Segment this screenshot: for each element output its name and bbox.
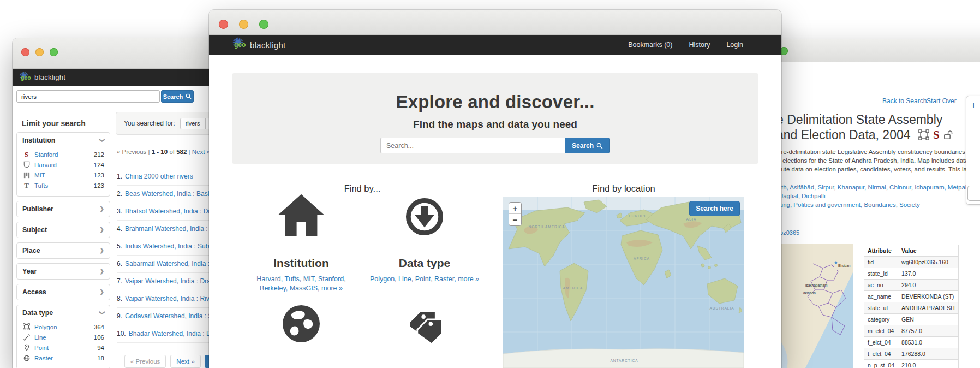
facet-place-header[interactable]: Place xyxy=(17,243,110,258)
datatype-heading: Data type xyxy=(399,257,451,270)
table-row: t_elct_04176288.0 xyxy=(864,348,959,360)
facet-datatype-header[interactable]: Data type xyxy=(17,305,110,320)
minimize-window-button[interactable] xyxy=(35,48,44,56)
geoblacklight-logo[interactable]: ✺geo blacklight xyxy=(20,72,65,83)
raster-globe-icon xyxy=(22,355,31,361)
record-preview-map[interactable]: Bhuban isakhapatnam akinada xyxy=(781,244,853,368)
map-label: AMERICA xyxy=(563,286,583,290)
start-over-link[interactable]: Start Over xyxy=(927,97,957,105)
record-place-links[interactable]: loth, Asifābād, Sirpur, Khanapur, Nirmal… xyxy=(776,183,971,200)
back-to-search-link[interactable]: Back to Search xyxy=(882,97,927,105)
map-label: ANTARCTICA xyxy=(610,359,638,363)
facet-value-tufts[interactable]: T Tufts 123 xyxy=(22,180,104,191)
brand-name: blacklight xyxy=(250,40,286,50)
next-page-link[interactable]: Next » xyxy=(192,149,210,155)
find-by-heading: Find by... xyxy=(344,183,381,194)
pagination-next[interactable]: Next » xyxy=(170,355,200,368)
facet-access-header[interactable]: Access xyxy=(17,284,110,300)
zoom-out-button[interactable]: − xyxy=(509,214,521,225)
stanford-icon: S xyxy=(933,129,940,141)
search-input[interactable] xyxy=(380,138,565,153)
table-row: state_utANDHRA PRADESH xyxy=(864,302,959,314)
chevron-right-icon xyxy=(100,206,104,212)
facet-institution: Institution S Stanford 212 Harvard 124 xyxy=(16,132,110,197)
facet-datatype: Data type Polygon 364 Line 106 xyxy=(16,305,110,368)
facet-year-header[interactable]: Year xyxy=(17,264,110,279)
divider xyxy=(773,109,959,109)
zoom-in-button[interactable]: + xyxy=(509,203,521,214)
facet-publisher-header[interactable]: Publisher xyxy=(17,201,110,217)
hero-subtitle: Find the maps and data you need xyxy=(232,118,758,130)
facet-value-point[interactable]: Point 94 xyxy=(22,342,104,353)
minimap-label: Bhuban xyxy=(838,264,851,268)
map-label: NORTH AMERICA xyxy=(528,225,565,229)
institution-heading: Institution xyxy=(273,257,328,270)
datatype-links[interactable]: Polygon, Line, Point, Raster, more » xyxy=(348,275,501,284)
record-subject-links[interactable]: oting, Politics and government, Boundari… xyxy=(776,201,920,208)
facet-publisher: Publisher xyxy=(16,201,110,217)
zoom-window-button[interactable] xyxy=(50,48,58,56)
record-description: pre-delimitation state Legislative Assem… xyxy=(778,147,963,174)
result-title-link[interactable]: China 2000 other rivers xyxy=(125,173,193,180)
results-meta: « Previous | 1 - 10 of 582 | Next » xyxy=(117,149,210,155)
search-icon xyxy=(596,143,603,149)
map-label: EUROPE xyxy=(629,214,647,218)
facet-institution-header[interactable]: Institution xyxy=(17,133,110,148)
chevron-down-icon xyxy=(100,138,104,143)
home-icon[interactable] xyxy=(278,193,324,237)
nav-history-link[interactable]: History xyxy=(689,41,710,49)
search-input[interactable] xyxy=(16,90,160,103)
table-row: state_id137.0 xyxy=(864,268,959,280)
zoom-window-button[interactable] xyxy=(259,20,268,29)
facet-value-stanford[interactable]: S Stanford 212 xyxy=(22,149,104,159)
pagination-previous[interactable]: « Previous xyxy=(124,355,166,368)
tags-icon[interactable] xyxy=(403,309,446,345)
search-button[interactable]: Search xyxy=(161,90,194,103)
record-title-line2: and Election Data, 2004 S xyxy=(776,128,953,143)
facet-value-polygon[interactable]: Polygon 364 xyxy=(22,322,104,332)
hero-panel: Explore and discover... Find the maps an… xyxy=(232,73,758,164)
facet-value-mit[interactable]: MIT 123 xyxy=(22,170,104,180)
find-by-location-heading: Find by location xyxy=(592,183,655,194)
tufts-icon: T xyxy=(22,181,31,190)
close-window-button[interactable] xyxy=(21,48,29,56)
chevron-right-icon xyxy=(100,248,104,253)
minimize-window-button[interactable] xyxy=(239,20,248,29)
geoblacklight-burst-icon: ✺geo xyxy=(20,72,33,83)
hero-title: Explore and discover... xyxy=(232,73,758,112)
chevron-right-icon xyxy=(100,269,104,274)
table-row: n_p_st_04210.0 xyxy=(864,360,959,368)
polygon-icon xyxy=(22,323,31,330)
facet-sidebar: Institution S Stanford 212 Harvard 124 xyxy=(16,132,110,368)
side-panel-box[interactable] xyxy=(967,186,980,201)
value-col-header: Value xyxy=(898,245,958,257)
table-row: m_elct_0487757.0 xyxy=(864,325,959,337)
constraints-label: You searched for: xyxy=(124,120,175,127)
previous-page-link[interactable]: « Previous xyxy=(117,149,146,155)
close-window-button[interactable] xyxy=(219,20,228,29)
world-map[interactable]: NORTH AMERICA AMERICA EUROPE AFRICA ASIA… xyxy=(503,197,744,368)
map-label: AUSTRALIA xyxy=(709,306,734,310)
nav-bookmarks-link[interactable]: Bookmarks (0) xyxy=(628,41,672,49)
facet-value-harvard[interactable]: Harvard 124 xyxy=(22,159,104,170)
attr-col-header: Attribute xyxy=(864,245,898,257)
chevron-right-icon xyxy=(100,227,104,233)
attribute-table: Attribute Value fidwg680pz0365.160 state… xyxy=(864,245,959,368)
facet-place: Place xyxy=(16,242,110,259)
datatype-download-icon[interactable] xyxy=(405,198,444,236)
facet-value-raster[interactable]: Raster 18 xyxy=(22,353,104,363)
record-title-line1: e Delimitation State Assembly xyxy=(776,112,942,127)
facet-year: Year xyxy=(16,263,110,280)
globe-icon[interactable] xyxy=(281,304,321,344)
minimap-label: akinada xyxy=(803,291,816,295)
facet-value-line[interactable]: Line 106 xyxy=(22,332,104,342)
search-here-button[interactable]: Search here xyxy=(689,201,740,216)
table-row: ac_nameDEVERKONDA (ST) xyxy=(864,291,959,302)
search-button[interactable]: Search xyxy=(565,138,610,153)
table-row: fidwg680pz0365.160 xyxy=(864,257,959,268)
nav-login-link[interactable]: Login xyxy=(726,41,743,49)
limit-search-heading: Limit your search xyxy=(22,119,86,128)
facet-subject-header[interactable]: Subject xyxy=(17,222,110,238)
harvard-shield-icon xyxy=(22,161,31,168)
geoblacklight-logo[interactable]: ✺geo blacklight xyxy=(234,38,286,51)
